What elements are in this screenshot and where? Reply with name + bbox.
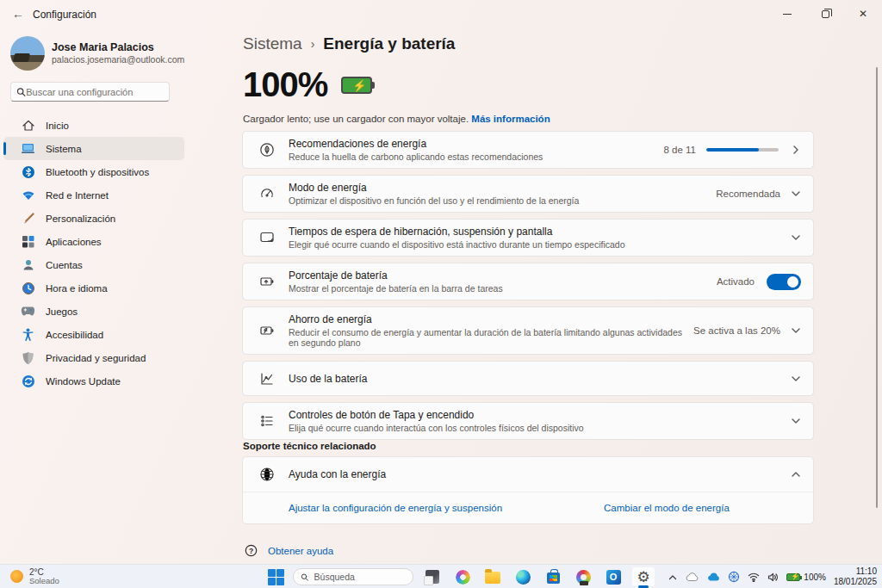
get-help-link[interactable]: Obtener ayuda	[268, 546, 333, 556]
sidebar-item-cuentas[interactable]: Cuentas	[3, 253, 184, 276]
weather-widget[interactable]: 2°C Soleado	[10, 567, 59, 585]
edge-button[interactable]	[511, 566, 535, 587]
accessibility-icon	[21, 327, 35, 342]
battery-percentage-toggle[interactable]	[767, 274, 801, 290]
card-subtitle: Elegir qué ocurre cuando el dispositivo …	[289, 239, 791, 250]
recommendations-count: 8 de 11	[663, 145, 696, 155]
power-mode-value: Recomendada	[716, 189, 780, 199]
onedrive-icon[interactable]	[706, 573, 720, 582]
back-icon[interactable]: ←	[12, 7, 24, 21]
sidebar-item-hora-idioma[interactable]: Hora e idioma	[3, 276, 184, 300]
wifi-icon[interactable]	[748, 573, 760, 582]
chevron-up-icon[interactable]	[791, 469, 801, 480]
apps-icon	[21, 234, 35, 249]
taskbar-search[interactable]	[293, 568, 413, 585]
volume-icon[interactable]	[767, 573, 779, 582]
chevron-down-icon[interactable]	[791, 232, 801, 243]
battery-status: 100% ⚡	[243, 65, 372, 104]
sidebar-item-label: Sistema	[46, 144, 82, 154]
chevron-down-icon[interactable]	[791, 189, 801, 199]
battery-charging-icon: ⚡	[341, 77, 372, 94]
copilot-button[interactable]	[450, 566, 475, 587]
more-info-link[interactable]: Más información	[471, 114, 550, 124]
sidebar-item-label: Privacidad y seguridad	[46, 353, 146, 363]
card-energy-recommendations[interactable]: Recomendaciones de energía Reduce la hue…	[242, 131, 814, 169]
task-view-button[interactable]	[420, 566, 444, 587]
user-name: Jose Maria Palacios	[52, 41, 154, 53]
card-lid-power-controls[interactable]: Controles de botón de Tapa y encendido E…	[242, 402, 814, 440]
accounts-icon	[21, 257, 35, 272]
app-title: Configuración	[33, 9, 96, 21]
taskbar-search-input[interactable]	[314, 572, 406, 582]
card-battery-saver[interactable]: Ahorro de energía Reducir el consumo de …	[242, 306, 814, 355]
card-subtitle: Reduce la huella de carbono aplicando es…	[289, 152, 663, 162]
recommendations-progress	[706, 148, 779, 152]
settings-button[interactable]: ⚙	[631, 566, 655, 587]
globe-app-icon[interactable]	[728, 571, 740, 583]
bluetooth-icon	[21, 164, 35, 179]
search-icon	[16, 87, 26, 97]
breadcrumb-parent[interactable]: Sistema	[243, 34, 302, 53]
store-button[interactable]	[541, 566, 565, 587]
sidebar-item-windows-update[interactable]: Windows Update	[3, 369, 184, 393]
avatar[interactable]	[10, 36, 45, 71]
toggle-state-label: Activado	[717, 276, 755, 287]
clock[interactable]: 11:10 18/01/2025	[834, 566, 877, 587]
sidebar-item-label: Bluetooth y dispositivos	[46, 167, 149, 177]
sidebar: Jose Maria Palacios palacios.josemaria@o…	[0, 28, 233, 564]
gamepad-icon	[21, 304, 35, 319]
chevron-down-icon[interactable]	[791, 374, 801, 384]
help-link-power-mode[interactable]: Cambiar el modo de energía	[604, 503, 730, 513]
card-battery-usage[interactable]: Uso de la batería	[242, 361, 814, 396]
taskbar-apps: O ⚙	[420, 566, 655, 587]
battery-saver-icon	[258, 323, 275, 339]
sidebar-item-bluetooth[interactable]: Bluetooth y dispositivos	[3, 160, 184, 183]
sidebar-nav: Inicio Sistema Bluetooth y dispositivos …	[3, 114, 184, 393]
tray-expand-icon[interactable]	[668, 574, 677, 580]
chevron-down-icon[interactable]	[791, 325, 801, 336]
main-content: Sistema › Energía y batería 100% ⚡ Carga…	[241, 28, 827, 564]
sidebar-item-label: Juegos	[46, 306, 78, 317]
card-sleep-timeouts[interactable]: Tiempos de espera de hibernación, suspen…	[242, 219, 814, 257]
user-email: palacios.josemaria@outlook.com	[52, 54, 184, 65]
breadcrumb: Sistema › Energía y batería	[243, 34, 455, 53]
restore-button[interactable]	[806, 0, 844, 28]
settings-search-box[interactable]	[10, 82, 170, 102]
minimize-button[interactable]	[768, 0, 806, 28]
sun-icon	[10, 570, 23, 583]
card-power-mode[interactable]: Modo de energía Optimizar el dispositivo…	[242, 175, 814, 213]
page-title: Energía y batería	[323, 34, 455, 53]
sidebar-item-red[interactable]: Red e Internet	[3, 183, 184, 207]
help-link-power-sleep[interactable]: Ajustar la configuración de energía y su…	[289, 503, 502, 513]
minimize-icon	[783, 14, 792, 15]
line-chart-icon	[258, 370, 275, 387]
close-button[interactable]: ✕	[844, 0, 882, 28]
help-links: Ajustar la configuración de energía y su…	[243, 492, 813, 523]
sidebar-item-label: Aplicaciones	[46, 237, 102, 247]
sidebar-item-personalizacion[interactable]: Personalización	[3, 207, 184, 230]
file-explorer-button[interactable]	[481, 566, 505, 587]
card-title: Uso de la batería	[289, 373, 791, 385]
brush-icon	[21, 211, 35, 226]
search-input[interactable]	[26, 87, 164, 97]
sidebar-item-inicio[interactable]: Inicio	[3, 114, 184, 137]
paint-button[interactable]	[571, 566, 595, 587]
start-button[interactable]	[268, 569, 284, 585]
chevron-right-icon[interactable]	[791, 145, 801, 155]
card-title: Modo de energía	[289, 182, 716, 194]
scrollbar[interactable]	[876, 67, 878, 508]
sidebar-item-privacidad[interactable]: Privacidad y seguridad	[3, 346, 184, 369]
card-battery-percentage[interactable]: Porcentaje de batería Mostrar el porcent…	[242, 263, 814, 300]
sidebar-item-aplicaciones[interactable]: Aplicaciones	[3, 230, 184, 253]
sidebar-item-accesibilidad[interactable]: Accesibilidad	[3, 323, 184, 346]
tray-battery[interactable]: ⚡ 100%	[786, 573, 826, 582]
sidebar-item-juegos[interactable]: Juegos	[3, 300, 184, 323]
chevron-down-icon[interactable]	[791, 416, 801, 426]
help-card-title: Ayuda con la energía	[289, 468, 791, 480]
card-subtitle: Optimizar el dispositivo en función del …	[289, 195, 716, 206]
help-card-header[interactable]: Ayuda con la energía	[243, 457, 813, 492]
screen-sleep-icon	[258, 230, 275, 246]
outlook-button[interactable]: O	[601, 566, 625, 587]
onedrive-personal-icon[interactable]	[685, 573, 699, 582]
sidebar-item-sistema[interactable]: Sistema	[3, 137, 184, 160]
